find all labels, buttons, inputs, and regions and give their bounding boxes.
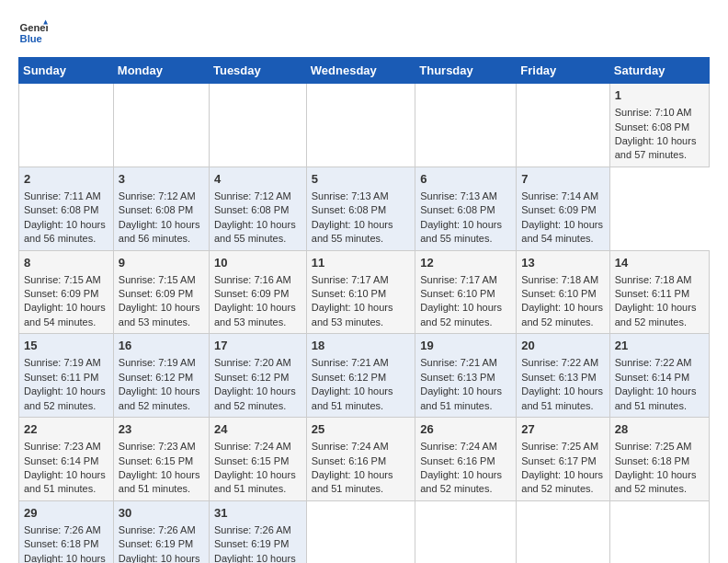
calendar-week-6: 29Sunrise: 7:26 AMSunset: 6:18 PMDayligh… xyxy=(19,500,710,563)
header-cell-sunday: Sunday xyxy=(19,58,114,84)
svg-text:Blue: Blue xyxy=(20,33,42,44)
header: General Blue xyxy=(18,18,710,48)
calendar-cell-26: 26Sunrise: 7:24 AMSunset: 6:16 PMDayligh… xyxy=(415,418,517,501)
calendar-cell-28: 28Sunrise: 7:25 AMSunset: 6:18 PMDayligh… xyxy=(609,418,709,501)
logo-icon: General Blue xyxy=(18,18,48,48)
calendar-header: SundayMondayTuesdayWednesdayThursdayFrid… xyxy=(19,58,710,84)
calendar-cell-29: 29Sunrise: 7:26 AMSunset: 6:18 PMDayligh… xyxy=(19,500,114,563)
calendar-cell-10: 10Sunrise: 7:16 AMSunset: 6:09 PMDayligh… xyxy=(209,250,306,334)
header-cell-friday: Friday xyxy=(517,58,609,84)
calendar-cell-15: 15Sunrise: 7:19 AMSunset: 6:11 PMDayligh… xyxy=(19,334,114,418)
calendar-cell-27: 27Sunrise: 7:25 AMSunset: 6:17 PMDayligh… xyxy=(517,418,609,501)
calendar-cell-24: 24Sunrise: 7:24 AMSunset: 6:15 PMDayligh… xyxy=(209,418,306,501)
empty-cell xyxy=(415,84,517,167)
header-row: SundayMondayTuesdayWednesdayThursdayFrid… xyxy=(19,58,710,84)
empty-cell xyxy=(113,84,209,167)
calendar-cell-30: 30Sunrise: 7:26 AMSunset: 6:19 PMDayligh… xyxy=(113,500,209,563)
header-cell-saturday: Saturday xyxy=(609,58,709,84)
empty-cell xyxy=(209,84,306,167)
calendar-week-1: 1Sunrise: 7:10 AMSunset: 6:08 PMDaylight… xyxy=(19,84,710,167)
calendar-cell-9: 9Sunrise: 7:15 AMSunset: 6:09 PMDaylight… xyxy=(113,250,209,334)
calendar-cell-22: 22Sunrise: 7:23 AMSunset: 6:14 PMDayligh… xyxy=(19,418,114,501)
header-cell-monday: Monday xyxy=(113,58,209,84)
calendar-cell-25: 25Sunrise: 7:24 AMSunset: 6:16 PMDayligh… xyxy=(306,418,415,501)
calendar-body: 1Sunrise: 7:10 AMSunset: 6:08 PMDaylight… xyxy=(19,84,710,564)
calendar-cell-1: 1Sunrise: 7:10 AMSunset: 6:08 PMDaylight… xyxy=(609,84,709,167)
calendar-cell-18: 18Sunrise: 7:21 AMSunset: 6:12 PMDayligh… xyxy=(306,334,415,418)
calendar-cell-8: 8Sunrise: 7:15 AMSunset: 6:09 PMDaylight… xyxy=(19,250,114,334)
calendar-cell-12: 12Sunrise: 7:17 AMSunset: 6:10 PMDayligh… xyxy=(415,250,517,334)
calendar-cell-4: 4Sunrise: 7:12 AMSunset: 6:08 PMDaylight… xyxy=(209,167,306,250)
calendar-cell-7: 7Sunrise: 7:14 AMSunset: 6:09 PMDaylight… xyxy=(517,167,609,250)
header-cell-thursday: Thursday xyxy=(415,58,517,84)
empty-cell xyxy=(306,500,415,563)
calendar-cell-16: 16Sunrise: 7:19 AMSunset: 6:12 PMDayligh… xyxy=(113,334,209,418)
calendar-cell-14: 14Sunrise: 7:18 AMSunset: 6:11 PMDayligh… xyxy=(609,250,709,334)
calendar-cell-3: 3Sunrise: 7:12 AMSunset: 6:08 PMDaylight… xyxy=(113,167,209,250)
empty-cell xyxy=(19,84,114,167)
calendar-cell-23: 23Sunrise: 7:23 AMSunset: 6:15 PMDayligh… xyxy=(113,418,209,501)
calendar-cell-11: 11Sunrise: 7:17 AMSunset: 6:10 PMDayligh… xyxy=(306,250,415,334)
calendar-table: SundayMondayTuesdayWednesdayThursdayFrid… xyxy=(18,57,710,563)
calendar-cell-20: 20Sunrise: 7:22 AMSunset: 6:13 PMDayligh… xyxy=(517,334,609,418)
calendar-cell-17: 17Sunrise: 7:20 AMSunset: 6:12 PMDayligh… xyxy=(209,334,306,418)
empty-cell xyxy=(415,500,517,563)
empty-cell xyxy=(517,500,609,563)
calendar-cell-31: 31Sunrise: 7:26 AMSunset: 6:19 PMDayligh… xyxy=(209,500,306,563)
empty-cell xyxy=(306,84,415,167)
calendar-week-3: 8Sunrise: 7:15 AMSunset: 6:09 PMDaylight… xyxy=(19,250,710,334)
calendar-cell-5: 5Sunrise: 7:13 AMSunset: 6:08 PMDaylight… xyxy=(306,167,415,250)
header-cell-tuesday: Tuesday xyxy=(209,58,306,84)
header-cell-wednesday: Wednesday xyxy=(306,58,415,84)
calendar-week-5: 22Sunrise: 7:23 AMSunset: 6:14 PMDayligh… xyxy=(19,418,710,501)
calendar-week-4: 15Sunrise: 7:19 AMSunset: 6:11 PMDayligh… xyxy=(19,334,710,418)
logo: General Blue xyxy=(18,18,51,48)
calendar-cell-2: 2Sunrise: 7:11 AMSunset: 6:08 PMDaylight… xyxy=(19,167,114,250)
calendar-cell-6: 6Sunrise: 7:13 AMSunset: 6:08 PMDaylight… xyxy=(415,167,517,250)
empty-cell xyxy=(517,84,609,167)
calendar-cell-19: 19Sunrise: 7:21 AMSunset: 6:13 PMDayligh… xyxy=(415,334,517,418)
empty-cell xyxy=(609,500,709,563)
calendar-cell-21: 21Sunrise: 7:22 AMSunset: 6:14 PMDayligh… xyxy=(609,334,709,418)
calendar-week-2: 2Sunrise: 7:11 AMSunset: 6:08 PMDaylight… xyxy=(19,167,710,250)
calendar-cell-13: 13Sunrise: 7:18 AMSunset: 6:10 PMDayligh… xyxy=(517,250,609,334)
